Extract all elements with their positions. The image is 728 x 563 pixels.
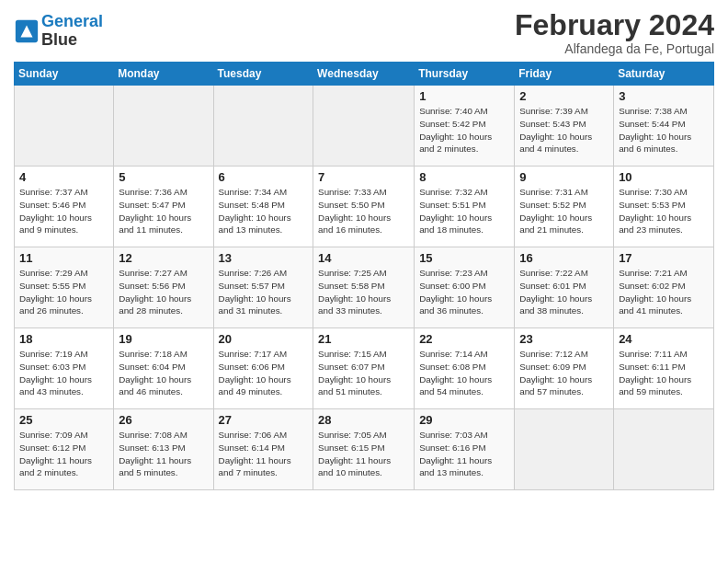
- weekday-header: Wednesday: [313, 63, 415, 86]
- calendar-cell: [313, 86, 415, 167]
- calendar-cell: 1Sunrise: 7:40 AMSunset: 5:42 PMDaylight…: [415, 86, 515, 167]
- day-number: 26: [119, 413, 208, 427]
- calendar-cell: 26Sunrise: 7:08 AMSunset: 6:13 PMDayligh…: [114, 409, 213, 490]
- calendar-cell: 19Sunrise: 7:18 AMSunset: 6:04 PMDayligh…: [114, 328, 213, 409]
- title-block: February 2024 Alfandega da Fe, Portugal: [515, 9, 714, 56]
- day-info: Sunrise: 7:19 AMSunset: 6:03 PMDaylight:…: [19, 348, 108, 398]
- day-info: Sunrise: 7:29 AMSunset: 5:55 PMDaylight:…: [19, 267, 108, 317]
- calendar-cell: 8Sunrise: 7:32 AMSunset: 5:51 PMDaylight…: [415, 167, 515, 247]
- logo-icon: [14, 18, 40, 44]
- day-number: 21: [318, 332, 409, 346]
- day-info: Sunrise: 7:09 AMSunset: 6:12 PMDaylight:…: [19, 429, 108, 479]
- day-info: Sunrise: 7:37 AMSunset: 5:46 PMDaylight:…: [19, 186, 108, 236]
- day-number: 13: [219, 251, 309, 265]
- day-number: 4: [19, 170, 108, 184]
- day-number: 19: [119, 332, 208, 346]
- calendar-cell: 7Sunrise: 7:33 AMSunset: 5:50 PMDaylight…: [313, 167, 415, 247]
- day-number: 23: [519, 332, 609, 346]
- day-number: 24: [619, 332, 709, 346]
- day-number: 25: [19, 413, 108, 427]
- calendar-cell: 10Sunrise: 7:30 AMSunset: 5:53 PMDayligh…: [614, 167, 714, 247]
- calendar-cell: 11Sunrise: 7:29 AMSunset: 5:55 PMDayligh…: [15, 247, 114, 328]
- calendar-cell: [614, 409, 714, 490]
- calendar-cell: 12Sunrise: 7:27 AMSunset: 5:56 PMDayligh…: [114, 247, 213, 328]
- logo-blue-text: Blue: [41, 30, 77, 49]
- day-info: Sunrise: 7:15 AMSunset: 6:07 PMDaylight:…: [318, 348, 409, 398]
- day-info: Sunrise: 7:34 AMSunset: 5:48 PMDaylight:…: [219, 186, 309, 236]
- calendar-cell: 4Sunrise: 7:37 AMSunset: 5:46 PMDaylight…: [15, 167, 114, 247]
- day-number: 28: [318, 413, 409, 427]
- calendar-cell: 20Sunrise: 7:17 AMSunset: 6:06 PMDayligh…: [213, 328, 313, 409]
- calendar-cell: 18Sunrise: 7:19 AMSunset: 6:03 PMDayligh…: [15, 328, 114, 409]
- weekday-header: Saturday: [614, 63, 714, 86]
- day-number: 7: [318, 170, 409, 184]
- calendar-week-row: 1Sunrise: 7:40 AMSunset: 5:42 PMDaylight…: [15, 86, 714, 167]
- calendar-table: SundayMondayTuesdayWednesdayThursdayFrid…: [14, 62, 714, 490]
- day-info: Sunrise: 7:26 AMSunset: 5:57 PMDaylight:…: [219, 267, 309, 317]
- calendar-cell: 17Sunrise: 7:21 AMSunset: 6:02 PMDayligh…: [614, 247, 714, 328]
- calendar-cell: 6Sunrise: 7:34 AMSunset: 5:48 PMDaylight…: [213, 167, 313, 247]
- day-info: Sunrise: 7:32 AMSunset: 5:51 PMDaylight:…: [419, 186, 509, 236]
- day-number: 29: [419, 413, 509, 427]
- logo-general: General: [41, 12, 103, 30]
- day-info: Sunrise: 7:06 AMSunset: 6:14 PMDaylight:…: [219, 429, 309, 479]
- day-number: 27: [219, 413, 309, 427]
- calendar-week-row: 4Sunrise: 7:37 AMSunset: 5:46 PMDaylight…: [15, 167, 714, 247]
- weekday-header: Thursday: [415, 63, 515, 86]
- header: General Blue February 2024 Alfandega da …: [14, 9, 714, 56]
- day-info: Sunrise: 7:31 AMSunset: 5:52 PMDaylight:…: [519, 186, 609, 236]
- day-number: 1: [419, 89, 509, 103]
- day-info: Sunrise: 7:27 AMSunset: 5:56 PMDaylight:…: [119, 267, 208, 317]
- day-info: Sunrise: 7:36 AMSunset: 5:47 PMDaylight:…: [119, 186, 208, 236]
- calendar-week-row: 25Sunrise: 7:09 AMSunset: 6:12 PMDayligh…: [15, 409, 714, 490]
- calendar-cell: 23Sunrise: 7:12 AMSunset: 6:09 PMDayligh…: [515, 328, 614, 409]
- day-info: Sunrise: 7:14 AMSunset: 6:08 PMDaylight:…: [419, 348, 509, 398]
- calendar-cell: 9Sunrise: 7:31 AMSunset: 5:52 PMDaylight…: [515, 167, 614, 247]
- day-number: 6: [219, 170, 309, 184]
- calendar-cell: 14Sunrise: 7:25 AMSunset: 5:58 PMDayligh…: [313, 247, 415, 328]
- calendar-week-row: 11Sunrise: 7:29 AMSunset: 5:55 PMDayligh…: [15, 247, 714, 328]
- calendar-cell: 25Sunrise: 7:09 AMSunset: 6:12 PMDayligh…: [15, 409, 114, 490]
- day-number: 16: [519, 251, 609, 265]
- day-number: 11: [19, 251, 108, 265]
- calendar-cell: 28Sunrise: 7:05 AMSunset: 6:15 PMDayligh…: [313, 409, 415, 490]
- day-info: Sunrise: 7:03 AMSunset: 6:16 PMDaylight:…: [419, 429, 509, 479]
- day-number: 2: [519, 89, 609, 103]
- day-number: 3: [619, 89, 709, 103]
- day-number: 17: [619, 251, 709, 265]
- calendar-cell: [213, 86, 313, 167]
- day-info: Sunrise: 7:40 AMSunset: 5:42 PMDaylight:…: [419, 105, 509, 155]
- day-number: 9: [519, 170, 609, 184]
- day-info: Sunrise: 7:21 AMSunset: 6:02 PMDaylight:…: [619, 267, 709, 317]
- day-number: 5: [119, 170, 208, 184]
- calendar-cell: 13Sunrise: 7:26 AMSunset: 5:57 PMDayligh…: [213, 247, 313, 328]
- day-number: 14: [318, 251, 409, 265]
- calendar-cell: [114, 86, 213, 167]
- day-number: 10: [619, 170, 709, 184]
- weekday-header: Friday: [515, 63, 614, 86]
- calendar-cell: 27Sunrise: 7:06 AMSunset: 6:14 PMDayligh…: [213, 409, 313, 490]
- main-title: February 2024: [515, 9, 714, 41]
- calendar-cell: 21Sunrise: 7:15 AMSunset: 6:07 PMDayligh…: [313, 328, 415, 409]
- logo-text: General Blue: [41, 13, 103, 50]
- calendar-week-row: 18Sunrise: 7:19 AMSunset: 6:03 PMDayligh…: [15, 328, 714, 409]
- weekday-header: Tuesday: [213, 63, 313, 86]
- day-info: Sunrise: 7:30 AMSunset: 5:53 PMDaylight:…: [619, 186, 709, 236]
- calendar-cell: 16Sunrise: 7:22 AMSunset: 6:01 PMDayligh…: [515, 247, 614, 328]
- day-info: Sunrise: 7:17 AMSunset: 6:06 PMDaylight:…: [219, 348, 309, 398]
- calendar-cell: 29Sunrise: 7:03 AMSunset: 6:16 PMDayligh…: [415, 409, 515, 490]
- calendar-cell: 5Sunrise: 7:36 AMSunset: 5:47 PMDaylight…: [114, 167, 213, 247]
- calendar-cell: 2Sunrise: 7:39 AMSunset: 5:43 PMDaylight…: [515, 86, 614, 167]
- calendar-cell: 3Sunrise: 7:38 AMSunset: 5:44 PMDaylight…: [614, 86, 714, 167]
- calendar-cell: [15, 86, 114, 167]
- calendar-header-row: SundayMondayTuesdayWednesdayThursdayFrid…: [15, 63, 714, 86]
- subtitle: Alfandega da Fe, Portugal: [515, 41, 714, 56]
- day-number: 22: [419, 332, 509, 346]
- day-info: Sunrise: 7:25 AMSunset: 5:58 PMDaylight:…: [318, 267, 409, 317]
- day-info: Sunrise: 7:39 AMSunset: 5:43 PMDaylight:…: [519, 105, 609, 155]
- day-number: 20: [219, 332, 309, 346]
- day-info: Sunrise: 7:08 AMSunset: 6:13 PMDaylight:…: [119, 429, 208, 479]
- day-info: Sunrise: 7:11 AMSunset: 6:11 PMDaylight:…: [619, 348, 709, 398]
- day-info: Sunrise: 7:38 AMSunset: 5:44 PMDaylight:…: [619, 105, 709, 155]
- calendar-cell: 15Sunrise: 7:23 AMSunset: 6:00 PMDayligh…: [415, 247, 515, 328]
